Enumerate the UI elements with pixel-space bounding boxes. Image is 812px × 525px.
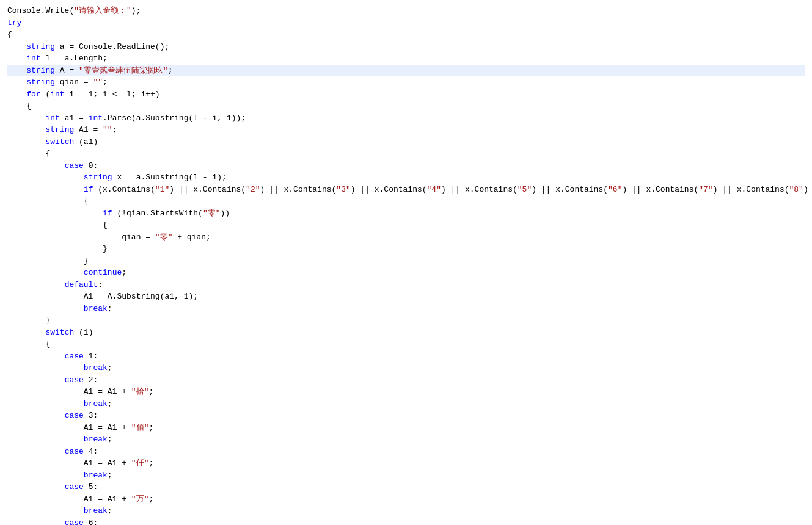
code-line: switch (a1) — [7, 136, 805, 148]
code-line: case 6: — [7, 517, 805, 526]
code-line: switch (i) — [7, 327, 805, 339]
code-line: for (int i = 1; i <= l; i++) — [7, 89, 805, 101]
code-line: } — [7, 255, 805, 267]
code-line: { — [7, 195, 805, 208]
code-line: A1 = A1 + "万"; — [7, 493, 805, 505]
code-line: case 3: — [7, 410, 805, 422]
code-line: break; — [7, 303, 805, 315]
code-line: if (!qian.StartsWith("零")) — [7, 208, 805, 220]
code-line: break; — [7, 505, 805, 517]
code-line: int a1 = int.Parse(a.Substring(l - i, 1)… — [7, 112, 805, 125]
code-line: case 1: — [7, 350, 805, 363]
code-line: case 5: — [7, 481, 805, 493]
code-line: { — [7, 100, 805, 112]
code-line: { — [7, 148, 805, 160]
code-line: qian = "零" + qian; — [7, 231, 805, 244]
code-line: case 4: — [7, 446, 805, 458]
code-line: { — [7, 29, 805, 41]
code-line: default: — [7, 279, 805, 291]
code-line: string qian = ""; — [7, 76, 805, 89]
code-line: A1 = A1 + "拾"; — [7, 386, 805, 398]
code-line: A1 = A1 + "佰"; — [7, 422, 805, 434]
code-line: string A = "零壹贰叁肆伍陆柒捌玖"; — [7, 65, 805, 77]
code-line: break; — [7, 433, 805, 446]
code-line: string x = a.Substring(l - i); — [7, 172, 805, 184]
code-line: Console.Write("请输入金额："); — [7, 5, 805, 17]
code-line: A1 = A.Substring(a1, 1); — [7, 291, 805, 303]
code-line: } — [7, 243, 805, 255]
code-line: string a = Console.ReadLine(); — [7, 41, 805, 53]
code-line: break; — [7, 362, 805, 374]
code-line: { — [7, 219, 805, 231]
code-line: case 0: — [7, 160, 805, 172]
code-line: break; — [7, 469, 805, 482]
code-line: } — [7, 314, 805, 327]
code-line: if (x.Contains("1") || x.Contains("2") |… — [7, 184, 805, 196]
code-editor: Console.Write("请输入金额：");try{ string a = … — [0, 0, 812, 525]
code-line: string A1 = ""; — [7, 124, 805, 136]
code-line: case 2: — [7, 374, 805, 386]
code-line: try — [7, 17, 805, 29]
code-line: int l = a.Length; — [7, 52, 805, 65]
code-line: { — [7, 338, 805, 350]
code-line: A1 = A1 + "仟"; — [7, 457, 805, 469]
code-line: continue; — [7, 267, 805, 279]
code-line: break; — [7, 398, 805, 410]
